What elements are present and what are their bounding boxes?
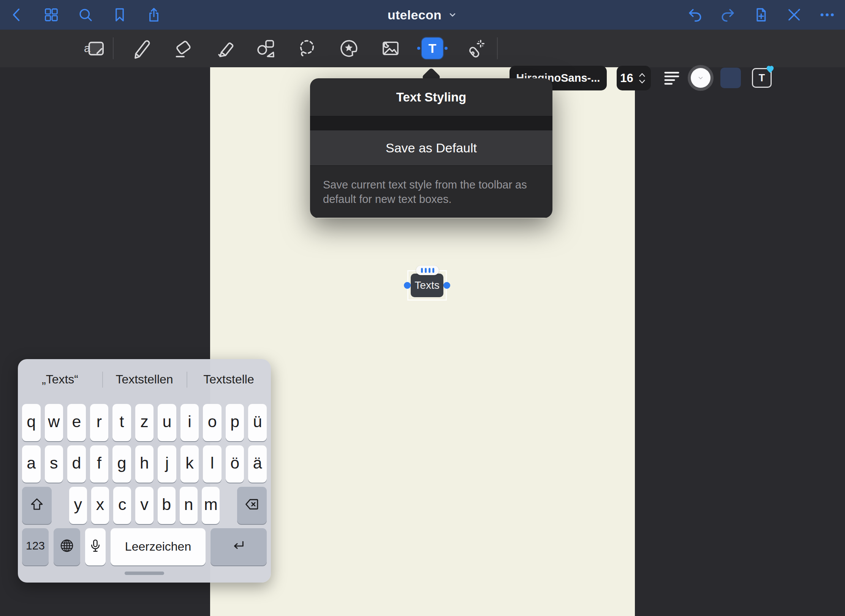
key-g[interactable]: g	[112, 445, 131, 483]
font-size-stepper[interactable]: 16	[617, 66, 651, 90]
pen-tool[interactable]	[129, 38, 150, 59]
key-l[interactable]: l	[203, 445, 222, 483]
key-m[interactable]: m	[202, 487, 220, 524]
laser-pointer-tool[interactable]	[464, 38, 485, 59]
title-chevron-down-icon	[448, 10, 457, 20]
tools-toolbar: a T	[0, 30, 845, 67]
chevron-down-icon	[697, 74, 704, 81]
shift-key[interactable]	[22, 487, 52, 524]
key-r[interactable]: r	[90, 404, 109, 441]
lasso-icon	[296, 38, 318, 59]
text-tool-selected[interactable]: T	[422, 38, 443, 59]
more-ellipsis-icon	[819, 6, 836, 23]
key-s[interactable]: s	[45, 445, 63, 483]
key-row-3-letters: yxcvbnm	[69, 487, 220, 524]
sticker-tool[interactable]	[338, 38, 359, 59]
app-screen: utelecon a	[0, 0, 845, 616]
document-title[interactable]: utelecon	[388, 8, 441, 22]
key-ö[interactable]: ö	[226, 445, 244, 483]
suggestion-Textstellen[interactable]: Textstellen	[102, 359, 187, 399]
drag-bar	[421, 268, 423, 273]
globe-key[interactable]	[54, 528, 80, 565]
navigation-bar: utelecon	[0, 0, 845, 30]
suggestion-bar: „Texts“TextstellenTextstelle	[18, 359, 271, 399]
highlighter-tool[interactable]	[213, 38, 234, 59]
tool-group: T	[129, 38, 485, 59]
stop-editing-button[interactable]	[785, 6, 803, 24]
favorite-text-style-button[interactable]: T	[752, 68, 772, 88]
popover-header: Text Styling	[310, 78, 552, 116]
key-n[interactable]: n	[180, 487, 198, 524]
handwriting-letter: a	[84, 42, 90, 55]
image-tool[interactable]	[380, 38, 401, 59]
notebook-page[interactable]: Text Styling Save as Default Save curren…	[210, 67, 635, 616]
key-f[interactable]: f	[90, 445, 109, 483]
key-h[interactable]: h	[135, 445, 154, 483]
add-page-button[interactable]	[752, 6, 770, 24]
text-tool-label: T	[429, 41, 437, 56]
content-area: Text Styling Save as Default Save curren…	[0, 67, 845, 616]
numbers-key-label: 123	[26, 539, 45, 552]
key-b[interactable]: b	[158, 487, 176, 524]
key-e[interactable]: e	[67, 404, 86, 441]
key-c[interactable]: c	[113, 487, 131, 524]
key-row-3: yxcvbnm	[22, 487, 267, 524]
save-as-default-button[interactable]: Save as Default	[310, 130, 552, 165]
redo-button[interactable]	[719, 6, 737, 24]
key-d[interactable]: d	[67, 445, 86, 483]
key-ü[interactable]: ü	[248, 404, 267, 441]
navbar-right-group	[686, 0, 836, 30]
backspace-key[interactable]	[237, 487, 267, 524]
crossed-pen-icon	[786, 6, 802, 23]
text-align-button[interactable]	[662, 68, 682, 88]
shapes-tool[interactable]	[255, 38, 276, 59]
key-x[interactable]: x	[91, 487, 109, 524]
return-key[interactable]	[210, 528, 267, 565]
add-page-icon	[753, 6, 769, 23]
key-k[interactable]: k	[180, 445, 199, 483]
key-i[interactable]: i	[180, 404, 199, 441]
onscreen-keyboard: „Texts“TextstellenTextstelle qwertzuiopü…	[18, 359, 271, 583]
lasso-tool[interactable]	[296, 38, 318, 59]
numbers-key[interactable]: 123	[22, 528, 49, 565]
key-p[interactable]: p	[226, 404, 244, 441]
key-z[interactable]: z	[135, 404, 154, 441]
key-o[interactable]: o	[203, 404, 222, 441]
return-icon	[231, 538, 247, 554]
color-swatch-white	[691, 68, 710, 88]
key-row-4: 123 Leerzeichen	[22, 528, 267, 565]
key-j[interactable]: j	[158, 445, 176, 483]
key-y[interactable]: y	[69, 487, 87, 524]
key-a[interactable]: a	[22, 445, 41, 483]
undo-button[interactable]	[686, 6, 704, 24]
key-u[interactable]: u	[158, 404, 176, 441]
save-as-default-label: Save as Default	[386, 141, 477, 155]
handwriting-mode-button[interactable]: a	[85, 38, 106, 59]
color-swatch-navy[interactable]	[720, 68, 741, 88]
textbox-text: Texts	[415, 279, 439, 291]
textbox-drag-handle[interactable]	[416, 266, 439, 275]
eraser-tool[interactable]	[171, 38, 192, 59]
more-options-button[interactable]	[818, 6, 836, 24]
key-ä[interactable]: ä	[248, 445, 267, 483]
key-w[interactable]: w	[45, 404, 63, 441]
suggestion-Textstelle[interactable]: Textstelle	[187, 359, 271, 399]
popover-description-text: Save current text style from the toolbar…	[323, 177, 540, 206]
suggestion-Texts[interactable]: „Texts“	[18, 359, 102, 399]
space-key[interactable]: Leerzeichen	[111, 528, 206, 565]
key-q[interactable]: q	[22, 404, 41, 441]
dictation-key[interactable]	[85, 528, 106, 565]
drag-bar	[425, 268, 427, 273]
key-t[interactable]: t	[112, 404, 131, 441]
popover-description: Save current text style from the toolbar…	[310, 165, 552, 218]
undo-icon	[687, 6, 703, 23]
align-left-icon	[662, 68, 682, 88]
keyboard-drag-handle[interactable]	[125, 572, 164, 575]
key-v[interactable]: v	[135, 487, 153, 524]
selection-handle-right[interactable]	[443, 282, 450, 289]
laser-pointer-icon	[464, 38, 485, 59]
selection-handle-left[interactable]	[404, 282, 411, 289]
selected-textbox[interactable]: Texts	[411, 274, 443, 297]
sticker-icon	[338, 38, 359, 59]
text-color-picker[interactable]	[688, 65, 714, 91]
